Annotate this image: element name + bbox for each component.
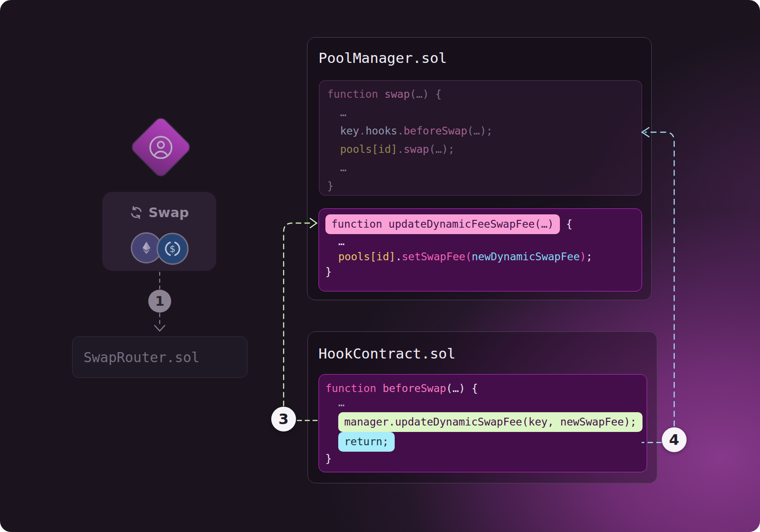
step-1-badge: 1 — [148, 290, 171, 313]
code-line: … — [325, 396, 647, 409]
code-line: return; — [325, 432, 647, 452]
token-pair: $ — [102, 232, 216, 264]
code-line: … — [327, 158, 642, 177]
code-line: function swap(…) { — [327, 85, 642, 103]
usdc-token-icon: $ — [156, 233, 189, 265]
code-line: function beforeSwap(…) { — [325, 381, 647, 396]
user-icon — [148, 134, 174, 160]
step-3-badge: 3 — [271, 407, 296, 431]
pool-manager-title: PoolManager.sol — [319, 50, 447, 66]
code-line: function updateDynamicFeeSwapFee(…) { — [325, 214, 642, 234]
code-line: … — [327, 103, 642, 122]
svg-text:$: $ — [170, 243, 176, 254]
swap-router-node: SwapRouter.sol — [72, 336, 247, 378]
code-line: } — [325, 452, 647, 465]
swap-label: Swap — [148, 205, 189, 220]
code-line: pools[id].swap(…); — [327, 140, 642, 158]
update-dynamic-fee-block: function updateDynamicFeeSwapFee(…) {…po… — [319, 208, 642, 291]
swap-arrows-icon — [129, 206, 143, 219]
code-line: manager.updateDynamicSwapFee(key, newSwa… — [325, 412, 647, 432]
hook-contract-title: HookContract.sol — [319, 345, 456, 362]
code-line: key.hooks.beforeSwap(…); — [327, 122, 642, 140]
swap-router-title: SwapRouter.sol — [84, 349, 200, 365]
diagram-canvas: Swap $ SwapRouter.sol PoolMana — [0, 0, 760, 532]
code-line: pools[id].setSwapFee(newDynamicSwapFee); — [325, 249, 642, 264]
user-node — [129, 115, 193, 179]
code-line: … — [325, 234, 642, 249]
step-4-badge: 4 — [662, 427, 687, 452]
swap-function-block: function swap(…) {…key.hooks.beforeSwap(… — [319, 80, 642, 196]
swap-action-card: Swap $ — [102, 192, 216, 271]
before-swap-function-block: function beforeSwap(…) {…manager.updateD… — [319, 374, 647, 472]
code-line: } — [327, 177, 642, 195]
code-line: } — [325, 264, 642, 280]
